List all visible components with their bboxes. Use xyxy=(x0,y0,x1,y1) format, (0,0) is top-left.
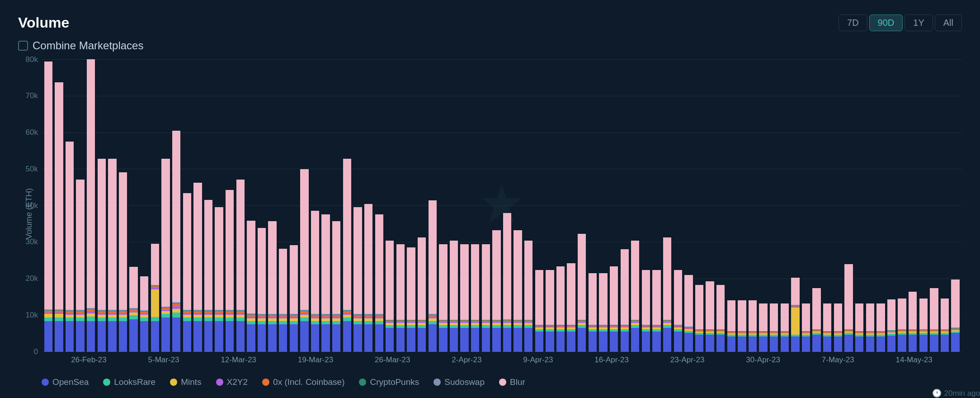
bar-group xyxy=(929,59,939,352)
time-button-group: 7D 90D 1Y All xyxy=(839,14,962,31)
bar-group xyxy=(417,59,427,352)
bar-segment-looksrare xyxy=(300,317,308,321)
bar-segment-opensea xyxy=(247,324,255,352)
x-label-group: 16-Apr-23 xyxy=(594,355,629,368)
bar-stack xyxy=(492,230,500,352)
bar-segment-blur xyxy=(460,244,468,320)
combine-checkbox[interactable] xyxy=(18,41,28,51)
bar-segment-mints xyxy=(55,314,63,317)
bar-segment-blur xyxy=(76,180,84,310)
bar-segment-blur xyxy=(514,230,522,319)
bar-segment-blur xyxy=(876,303,885,331)
bar-segment-blur xyxy=(706,281,714,329)
bar-segment-opensea xyxy=(876,336,885,352)
x-label-group xyxy=(553,355,560,368)
x-label-group xyxy=(939,355,946,368)
bar-segment-looksrare xyxy=(119,317,127,321)
legend-dot-looksrare xyxy=(103,379,110,386)
x-label-group: 30-Apr-23 xyxy=(746,355,780,368)
bar-segment-blur xyxy=(791,278,799,305)
bar-group xyxy=(374,59,384,352)
time-btn-all[interactable]: All xyxy=(935,14,962,31)
legend-item-mints: Mints xyxy=(170,377,201,387)
bar-stack xyxy=(119,172,127,352)
bar-segment-opensea xyxy=(823,336,831,352)
bar-stack xyxy=(823,303,831,352)
bar-stack xyxy=(87,59,95,352)
bar-segment-blur xyxy=(492,230,500,319)
bar-segment-blur xyxy=(909,292,917,329)
x-label-group xyxy=(664,355,670,368)
bar-stack xyxy=(375,214,383,352)
bar-segment-opensea xyxy=(161,317,170,352)
bar-segment-blur xyxy=(439,244,447,320)
bar-group xyxy=(310,59,320,352)
bar-stack xyxy=(834,303,842,352)
x-label-group xyxy=(489,355,495,368)
bar-segment-looksrare xyxy=(375,321,383,325)
bar-segment-mints xyxy=(87,313,95,317)
x-label-group xyxy=(340,355,347,368)
x-label-group xyxy=(946,355,953,368)
x-label-group xyxy=(629,355,636,368)
bar-segment-opensea xyxy=(193,321,202,352)
bar-group xyxy=(492,59,502,352)
bar-group xyxy=(481,59,491,352)
x-label-group: 14-May-23 xyxy=(895,355,932,368)
bar-stack xyxy=(919,298,928,352)
time-btn-1y[interactable]: 1Y xyxy=(905,14,933,31)
bar-segment-looksrare xyxy=(311,321,319,325)
x-axis-label: 5-Mar-23 xyxy=(148,355,179,368)
bar-segment-opensea xyxy=(300,321,308,352)
x-axis-label: 26-Feb-23 xyxy=(71,355,106,368)
bar-segment-blur xyxy=(321,214,330,314)
x-label-group xyxy=(417,355,424,368)
footer-row: OpenSeaLooksRareMintsX2Y20x (Incl. Coinb… xyxy=(18,368,962,387)
bar-segment-mints xyxy=(172,309,180,313)
bars-area xyxy=(42,59,962,352)
bar-segment-blur xyxy=(375,214,383,314)
bar-group xyxy=(919,59,928,352)
bar-group xyxy=(289,59,299,352)
bar-segment-opensea xyxy=(258,324,266,352)
bar-group xyxy=(278,59,288,352)
bar-segment-opensea xyxy=(909,335,917,352)
bar-stack xyxy=(716,285,725,352)
legend-label-zerox: 0x (Incl. Coinbase) xyxy=(273,377,344,387)
x-label-group xyxy=(214,355,221,368)
bar-segment-opensea xyxy=(855,336,863,352)
bar-segment-blur xyxy=(226,190,234,310)
x-label-group xyxy=(933,355,939,368)
bar-segment-blur xyxy=(524,241,532,319)
bar-segment-blur xyxy=(215,207,223,310)
bar-stack xyxy=(727,300,735,352)
bar-stack xyxy=(930,288,938,352)
legend-dot-cryptopunks xyxy=(359,379,366,386)
bar-stack xyxy=(226,190,234,352)
bar-segment-mints xyxy=(44,314,52,317)
bar-segment-opensea xyxy=(439,328,447,352)
bar-stack xyxy=(674,270,682,352)
time-btn-7d[interactable]: 7D xyxy=(839,14,867,31)
bar-segment-blur xyxy=(471,244,479,320)
x-label-group: 5-Mar-23 xyxy=(148,355,179,368)
bar-stack xyxy=(706,281,714,352)
x-label-group xyxy=(882,355,889,368)
bar-segment-opensea xyxy=(652,332,660,352)
bar-segment-opensea xyxy=(546,332,554,352)
time-btn-90d[interactable]: 90D xyxy=(869,14,903,31)
x-axis-label: 30-Apr-23 xyxy=(746,355,780,368)
bar-group xyxy=(908,59,918,352)
bar-segment-opensea xyxy=(589,332,597,352)
bar-group xyxy=(353,59,363,352)
bar-stack xyxy=(621,249,629,352)
bar-segment-looksrare xyxy=(140,317,148,321)
bar-stack xyxy=(76,180,84,352)
bar-segment-looksrare xyxy=(364,321,372,325)
bar-group xyxy=(662,59,672,352)
bar-segment-looksrare xyxy=(215,317,223,321)
bar-group xyxy=(523,59,533,352)
x-label-group xyxy=(801,355,808,368)
bar-segment-looksrare xyxy=(183,317,191,321)
bar-segment-blur xyxy=(183,193,191,310)
